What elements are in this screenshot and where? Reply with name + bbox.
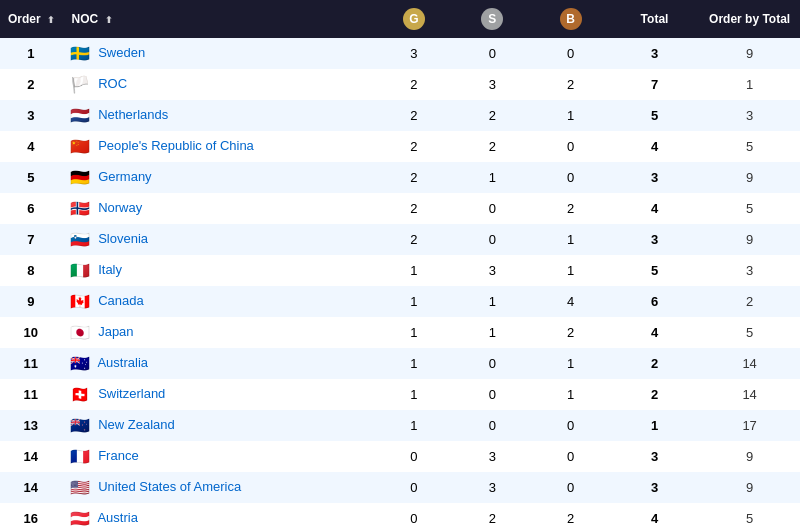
header-noc[interactable]: NOC ⬆ xyxy=(62,0,375,38)
table-row: 3 🇳🇱 Netherlands 2 2 1 5 3 xyxy=(0,100,800,131)
country-name[interactable]: New Zealand xyxy=(98,417,175,432)
order-by-total-cell: 17 xyxy=(699,410,800,441)
bronze-cell: 1 xyxy=(531,100,609,131)
country-name[interactable]: United States of America xyxy=(98,479,241,494)
flag-icon: 🇮🇹 xyxy=(70,261,90,280)
header-silver[interactable]: S xyxy=(453,0,531,38)
header-gold[interactable]: G xyxy=(375,0,453,38)
table-row: 5 🇩🇪 Germany 2 1 0 3 9 xyxy=(0,162,800,193)
noc-cell: 🇸🇪 Sweden xyxy=(62,38,375,69)
silver-cell: 3 xyxy=(453,69,531,100)
country-name[interactable]: Austria xyxy=(97,510,137,525)
header-total[interactable]: Total xyxy=(610,0,700,38)
total-cell: 3 xyxy=(610,162,700,193)
flag-icon: 🇨🇳 xyxy=(70,137,90,156)
country-name[interactable]: Japan xyxy=(98,324,133,339)
bronze-cell: 0 xyxy=(531,441,609,472)
bronze-cell: 1 xyxy=(531,348,609,379)
flag-icon: 🇫🇷 xyxy=(70,447,90,466)
country-name[interactable]: Australia xyxy=(97,355,148,370)
order-cell: 1 xyxy=(0,38,62,69)
noc-cell: 🇨🇭 Switzerland xyxy=(62,379,375,410)
country-name[interactable]: Norway xyxy=(98,200,142,215)
noc-cell: 🇫🇷 France xyxy=(62,441,375,472)
noc-cell: 🏳️ ROC xyxy=(62,69,375,100)
gold-cell: 1 xyxy=(375,255,453,286)
order-cell: 10 xyxy=(0,317,62,348)
header-bronze[interactable]: B xyxy=(531,0,609,38)
header-order[interactable]: Order ⬆ xyxy=(0,0,62,38)
order-by-total-cell: 9 xyxy=(699,38,800,69)
noc-cell: 🇯🇵 Japan xyxy=(62,317,375,348)
silver-cell: 0 xyxy=(453,379,531,410)
flag-icon: 🇳🇱 xyxy=(70,106,90,125)
order-cell: 7 xyxy=(0,224,62,255)
gold-cell: 2 xyxy=(375,100,453,131)
gold-cell: 0 xyxy=(375,441,453,472)
noc-cell: 🇨🇳 People's Republic of China xyxy=(62,131,375,162)
flag-icon: 🇸🇪 xyxy=(70,44,90,63)
silver-cell: 1 xyxy=(453,162,531,193)
country-name[interactable]: Netherlands xyxy=(98,107,168,122)
noc-cell: 🇳🇿 New Zealand xyxy=(62,410,375,441)
table-row: 14 🇺🇸 United States of America 0 3 0 3 9 xyxy=(0,472,800,503)
table-row: 11 🇦🇺 Australia 1 0 1 2 14 xyxy=(0,348,800,379)
flag-icon: 🏳️ xyxy=(70,75,90,94)
country-name[interactable]: France xyxy=(98,448,138,463)
order-cell: 9 xyxy=(0,286,62,317)
medal-table-container: Order ⬆ NOC ⬆ G S B Total xyxy=(0,0,800,530)
gold-cell: 2 xyxy=(375,224,453,255)
country-name[interactable]: People's Republic of China xyxy=(98,138,254,153)
sort-icon-order: ⬆ xyxy=(47,15,55,25)
table-row: 8 🇮🇹 Italy 1 3 1 5 3 xyxy=(0,255,800,286)
country-name[interactable]: Sweden xyxy=(98,45,145,60)
bronze-cell: 0 xyxy=(531,131,609,162)
bronze-cell: 2 xyxy=(531,193,609,224)
country-name[interactable]: Canada xyxy=(98,293,144,308)
total-cell: 5 xyxy=(610,255,700,286)
noc-cell: 🇮🇹 Italy xyxy=(62,255,375,286)
bronze-cell: 0 xyxy=(531,38,609,69)
order-by-total-cell: 5 xyxy=(699,131,800,162)
country-name[interactable]: ROC xyxy=(98,76,127,91)
bronze-badge: B xyxy=(560,8,582,30)
country-name[interactable]: Italy xyxy=(98,262,122,277)
silver-cell: 1 xyxy=(453,317,531,348)
order-cell: 4 xyxy=(0,131,62,162)
gold-cell: 3 xyxy=(375,38,453,69)
medal-table: Order ⬆ NOC ⬆ G S B Total xyxy=(0,0,800,530)
bronze-cell: 2 xyxy=(531,69,609,100)
silver-cell: 0 xyxy=(453,193,531,224)
flag-icon: 🇦🇺 xyxy=(70,354,90,373)
total-cell: 5 xyxy=(610,100,700,131)
flag-icon: 🇦🇹 xyxy=(70,509,90,528)
silver-cell: 2 xyxy=(453,131,531,162)
total-cell: 1 xyxy=(610,410,700,441)
total-cell: 4 xyxy=(610,131,700,162)
country-name[interactable]: Germany xyxy=(98,169,151,184)
silver-cell: 3 xyxy=(453,472,531,503)
gold-cell: 2 xyxy=(375,69,453,100)
table-row: 4 🇨🇳 People's Republic of China 2 2 0 4 … xyxy=(0,131,800,162)
order-cell: 6 xyxy=(0,193,62,224)
country-name[interactable]: Switzerland xyxy=(98,386,165,401)
bronze-cell: 1 xyxy=(531,255,609,286)
silver-cell: 1 xyxy=(453,286,531,317)
order-by-total-cell: 14 xyxy=(699,348,800,379)
order-cell: 3 xyxy=(0,100,62,131)
flag-icon: 🇩🇪 xyxy=(70,168,90,187)
order-cell: 8 xyxy=(0,255,62,286)
bronze-cell: 2 xyxy=(531,317,609,348)
order-by-total-cell: 2 xyxy=(699,286,800,317)
order-cell: 14 xyxy=(0,472,62,503)
total-cell: 2 xyxy=(610,348,700,379)
order-by-total-cell: 5 xyxy=(699,317,800,348)
country-name[interactable]: Slovenia xyxy=(98,231,148,246)
noc-cell: 🇨🇦 Canada xyxy=(62,286,375,317)
sort-icon-noc: ⬆ xyxy=(105,15,113,25)
noc-cell: 🇦🇺 Australia xyxy=(62,348,375,379)
header-order-by-total[interactable]: Order by Total xyxy=(699,0,800,38)
order-by-total-cell: 3 xyxy=(699,100,800,131)
table-row: 13 🇳🇿 New Zealand 1 0 0 1 17 xyxy=(0,410,800,441)
gold-cell: 1 xyxy=(375,379,453,410)
